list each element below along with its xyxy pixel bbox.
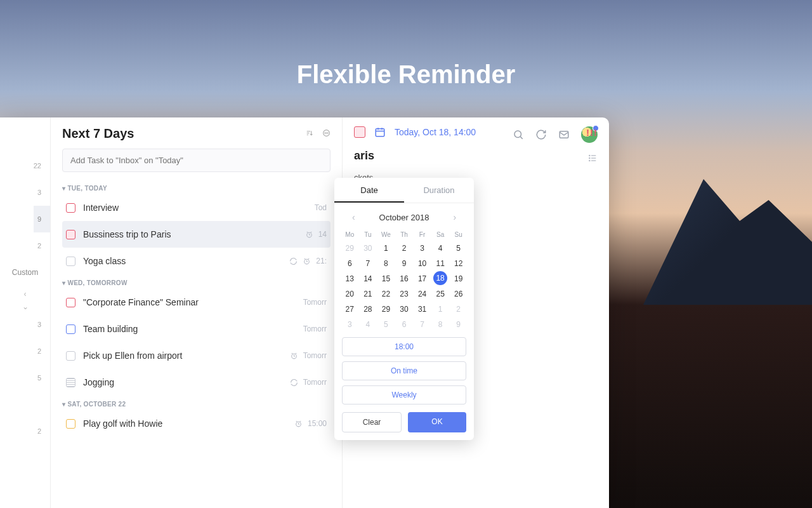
add-task-input[interactable] [62, 149, 331, 172]
sidebar-count[interactable]: 5 [37, 364, 50, 391]
sidebar-count[interactable] [37, 391, 50, 418]
calendar-day[interactable]: 7 [359, 256, 377, 271]
calendar-day[interactable]: 31 [413, 302, 431, 317]
calendar-day[interactable]: 12 [449, 256, 468, 271]
calendar-day[interactable]: 1 [377, 241, 395, 256]
calendar-day[interactable]: 1 [431, 302, 450, 317]
dow-label: Fr [413, 229, 431, 241]
checkbox[interactable] [66, 298, 75, 307]
sidebar-count[interactable]: 3 [34, 179, 50, 206]
detail-title[interactable] [354, 149, 598, 163]
calendar-day[interactable]: 10 [413, 256, 431, 271]
calendar-day[interactable]: 2 [395, 241, 414, 256]
calendar-day[interactable]: 29 [341, 241, 359, 256]
task-row[interactable]: "Corporate Finance" SeminarTomorr [62, 289, 331, 316]
sidebar-count[interactable]: 2 [37, 418, 50, 444]
task-row[interactable]: JoggingTomorr [62, 369, 331, 396]
task-meta: 14 [305, 230, 327, 239]
repeat-option[interactable]: Weekly [342, 385, 466, 404]
checkbox[interactable] [66, 351, 75, 361]
calendar-day[interactable]: 2 [449, 302, 468, 317]
task-row[interactable]: Bussiness trip to Paris14 [62, 221, 331, 248]
checkbox[interactable] [66, 257, 75, 266]
picker-tab[interactable]: Date [334, 178, 404, 203]
outline-icon[interactable] [587, 153, 598, 163]
section-label[interactable]: SAT, OCTOBER 22 [62, 401, 331, 408]
clear-button[interactable]: Clear [342, 412, 402, 432]
more-icon[interactable] [322, 128, 331, 140]
calendar-day[interactable]: 4 [431, 241, 450, 256]
sidebar-custom[interactable]: Custom [0, 259, 50, 286]
calendar-day[interactable]: 22 [377, 286, 395, 302]
calendar-day[interactable]: 19 [449, 271, 468, 286]
checkbox[interactable] [66, 419, 75, 429]
checkbox[interactable] [66, 324, 75, 334]
calendar-day[interactable]: 11 [431, 256, 450, 271]
calendar-day[interactable]: 15 [377, 271, 395, 286]
ok-button[interactable]: OK [408, 412, 466, 432]
sidebar-count[interactable]: 9 [34, 206, 50, 232]
calendar-day[interactable]: 25 [431, 286, 450, 302]
calendar-icon[interactable] [374, 126, 386, 138]
calendar-day[interactable]: 16 [395, 271, 414, 286]
task-row[interactable]: Yoga class21: [62, 248, 331, 274]
calendar-day[interactable]: 5 [449, 241, 468, 256]
svg-point-37 [589, 155, 590, 156]
calendar-day[interactable]: 20 [341, 286, 359, 302]
calendar-day[interactable]: 8 [377, 256, 395, 271]
calendar-day[interactable]: 18 [433, 271, 447, 285]
calendar-day[interactable]: 6 [341, 256, 359, 271]
month-prev[interactable]: ‹ [347, 210, 360, 225]
sort-icon[interactable] [305, 128, 313, 140]
svg-line-19 [308, 258, 310, 259]
calendar-day[interactable]: 9 [395, 256, 414, 271]
sidebar-expand[interactable]: ⌄ [0, 302, 50, 311]
sidebar-count[interactable]: 2 [34, 232, 50, 259]
calendar-day[interactable]: 5 [377, 317, 395, 332]
section-label[interactable]: WED, TOMORROW [62, 279, 331, 286]
task-meta: Tod [315, 203, 327, 212]
checkbox[interactable] [66, 203, 75, 213]
calendar-day[interactable]: 29 [377, 302, 395, 317]
calendar-day[interactable]: 23 [395, 286, 414, 302]
sidebar-collapse-left[interactable]: ‹ [0, 290, 50, 298]
svg-line-28 [296, 421, 298, 422]
calendar-day[interactable]: 30 [395, 302, 414, 317]
calendar-day[interactable]: 8 [431, 317, 450, 332]
checkbox[interactable] [66, 230, 75, 239]
calendar-day[interactable]: 3 [413, 241, 431, 256]
task-name: "Corporate Finance" Seminar [83, 297, 303, 307]
time-option[interactable]: 18:00 [342, 337, 466, 356]
calendar-day[interactable]: 27 [341, 302, 359, 317]
picker-tab[interactable]: Duration [404, 178, 474, 203]
calendar-day[interactable]: 26 [449, 286, 468, 302]
calendar-day[interactable]: 14 [359, 271, 377, 286]
sidebar-count[interactable]: 2 [37, 338, 50, 364]
priority-indicator[interactable]: !!! [586, 127, 598, 138]
alarm-option[interactable]: On time [342, 361, 466, 380]
calendar-day[interactable]: 28 [359, 302, 377, 317]
calendar-day[interactable]: 21 [359, 286, 377, 302]
calendar-day[interactable]: 24 [413, 286, 431, 302]
sidebar-count[interactable]: 22 [34, 152, 50, 179]
calendar-day[interactable]: 3 [341, 317, 359, 332]
calendar-day[interactable]: 4 [359, 317, 377, 332]
task-row[interactable]: InterviewTod [62, 194, 331, 221]
sidebar-count[interactable]: 3 [37, 311, 50, 338]
month-next[interactable]: › [448, 210, 461, 225]
detail-checkbox[interactable] [354, 126, 365, 138]
task-name: Bussiness trip to Paris [83, 229, 305, 239]
calendar-day[interactable]: 17 [413, 271, 431, 286]
section-label[interactable]: TUE, TODAY [62, 185, 331, 192]
task-row[interactable]: Pick up Ellen from airportTomorr [62, 342, 331, 369]
calendar-day[interactable]: 9 [449, 317, 468, 332]
checkbox[interactable] [66, 378, 75, 387]
calendar-day[interactable]: 30 [359, 241, 377, 256]
task-row[interactable]: Team buildingTomorr [62, 316, 331, 342]
task-row[interactable]: Play golf with Howie15:00 [62, 410, 331, 437]
calendar-day[interactable]: 6 [395, 317, 414, 332]
svg-point-9 [327, 132, 328, 133]
calendar-day[interactable]: 13 [341, 271, 359, 286]
detail-date[interactable]: Today, Oct 18, 14:00 [395, 127, 476, 137]
calendar-day[interactable]: 7 [413, 317, 431, 332]
